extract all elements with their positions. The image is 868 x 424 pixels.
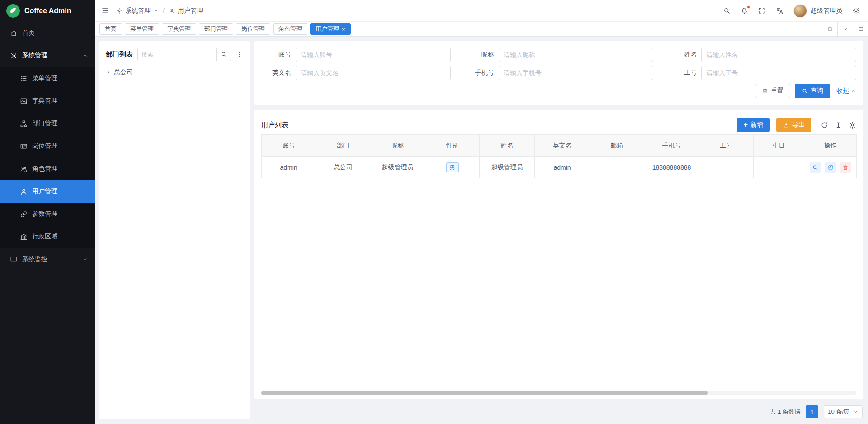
en-name-input[interactable] [296,66,451,80]
search-button-label: 查询 [811,87,823,95]
department-panel-title: 部门列表 [106,50,133,59]
field-label-account: 账号 [261,51,291,59]
user-table: 账号 部门 昵称 性别 姓名 英文名 邮箱 手机号 工号 生日 操作 [261,134,857,178]
edit-icon[interactable] [825,162,836,173]
delete-icon[interactable] [840,162,851,173]
tab-user-mgmt[interactable]: 用户管理 × [310,23,351,35]
column-height-icon[interactable] [835,121,842,129]
sidebar-item-menu-mgmt[interactable]: 菜单管理 [0,67,95,90]
work-no-input[interactable] [701,66,856,80]
sidebar-item-label: 参数管理 [32,210,88,218]
tab-dict-mgmt[interactable]: 字典管理 [162,23,196,35]
add-user-button[interactable]: + 新增 [737,118,770,132]
field-label-nickname: 昵称 [464,51,494,59]
breadcrumb-label: 系统管理 [125,7,151,15]
tab-menu-mgmt[interactable]: 菜单管理 [125,23,159,35]
fullscreen-icon[interactable] [758,7,766,14]
search-icon[interactable] [723,7,731,14]
tab-label: 用户管理 [316,25,339,33]
sidebar-item-post-mgmt[interactable]: 岗位管理 [0,135,95,157]
sidebar-item-label: 字典管理 [32,97,88,105]
breadcrumb-system-mgmt[interactable]: 系统管理 [116,7,159,15]
tab-label: 首页 [105,25,117,33]
account-input[interactable] [296,48,451,62]
cell-en-name: admin [535,157,590,178]
horizontal-scrollbar-thumb[interactable] [261,391,708,395]
sidebar-item-system-monitor[interactable]: 系统监控 [0,248,95,271]
cell-name: 超级管理员 [480,157,535,178]
clear-icon [762,88,768,94]
sidebar-item-label: 部门管理 [32,119,88,128]
tabs-layout-icon[interactable] [853,22,868,36]
tab-label: 岗位管理 [241,25,265,33]
top-header: 系统管理 / 用户管理 超级管理员 [95,0,868,22]
table-refresh-icon[interactable] [821,121,828,129]
menu-fold-icon[interactable] [101,7,109,14]
gear-icon [116,8,123,14]
collapse-link[interactable]: 收起 [836,87,856,95]
sidebar-item-label: 用户管理 [32,187,88,195]
col-header-work-no: 工号 [699,135,754,157]
search-icon [802,88,808,94]
phone-input[interactable] [499,66,654,80]
page-size-select[interactable]: 10 条/页 [824,405,863,418]
pagination-total: 共 1 条数据 [770,408,800,416]
cell-work-no [699,157,754,178]
sidebar-item-dict-mgmt[interactable]: 字典管理 [0,90,95,112]
translate-icon[interactable] [776,7,783,14]
collapse-link-label: 收起 [836,87,849,95]
gear-icon [10,52,18,60]
name-input[interactable] [701,48,856,62]
table-title: 用户列表 [261,121,288,129]
sidebar-item-dept-mgmt[interactable]: 部门管理 [0,112,95,135]
sidebar-item-system-mgmt[interactable]: 系统管理 [0,44,95,67]
notification-bell-icon[interactable] [741,7,748,14]
user-list-card: 用户列表 + 新增 导出 [254,110,863,399]
col-header-email: 邮箱 [590,135,644,157]
sidebar-item-user-mgmt[interactable]: 用户管理 [0,180,95,203]
caret-right-icon[interactable] [106,70,111,75]
plus-icon: + [744,121,748,129]
chevron-down-icon [153,8,159,14]
breadcrumb-user-mgmt[interactable]: 用户管理 [169,7,203,15]
dictionary-icon [20,97,28,105]
user-menu[interactable]: 超级管理员 [793,4,842,18]
tab-label: 部门管理 [204,25,228,33]
cell-phone: 18888888888 [644,157,699,178]
breadcrumb-separator: / [163,7,165,14]
sidebar-item-home[interactable]: 首页 [0,22,95,44]
department-search-input[interactable] [138,48,216,61]
sidebar-item-role-mgmt[interactable]: 角色管理 [0,157,95,180]
cell-account: admin [262,157,316,178]
sidebar-item-params-mgmt[interactable]: 参数管理 [0,203,95,225]
col-header-account: 账号 [262,135,316,157]
table-settings-icon[interactable] [849,121,856,129]
settings-gear-icon[interactable] [852,7,860,14]
sidebar-item-label: 菜单管理 [32,74,88,82]
tab-post-mgmt[interactable]: 岗位管理 [236,23,270,35]
col-header-en-name: 英文名 [535,135,590,157]
pagination-page-1[interactable]: 1 [806,405,818,418]
reset-button[interactable]: 重置 [755,84,790,98]
tabs-refresh-icon[interactable] [822,22,837,36]
department-search-button[interactable] [216,48,231,61]
sidebar-item-region-mgmt[interactable]: 行政区域 [0,225,95,248]
tab-close-icon[interactable]: × [342,26,345,32]
tree-node-head-office[interactable]: 总公司 [106,68,243,76]
chevron-down-icon [82,257,88,262]
sidebar-item-label: 系统管理 [22,52,78,60]
department-icon [20,120,28,128]
tab-dept-mgmt[interactable]: 部门管理 [199,23,233,35]
add-button-label: 新增 [750,121,763,129]
app-logo[interactable]: Coffee Admin [0,0,95,22]
export-button[interactable]: 导出 [776,118,811,132]
view-icon[interactable] [810,162,821,173]
more-vertical-icon[interactable] [236,51,243,58]
tabs-chevron-down-icon[interactable] [837,22,853,36]
tab-role-mgmt[interactable]: 角色管理 [273,23,307,35]
department-search-group [137,48,231,61]
tab-home[interactable]: 首页 [99,23,122,35]
pagination-bar: 共 1 条数据 1 10 条/页 [254,404,863,419]
nickname-input[interactable] [499,48,654,62]
search-button[interactable]: 查询 [795,84,830,98]
